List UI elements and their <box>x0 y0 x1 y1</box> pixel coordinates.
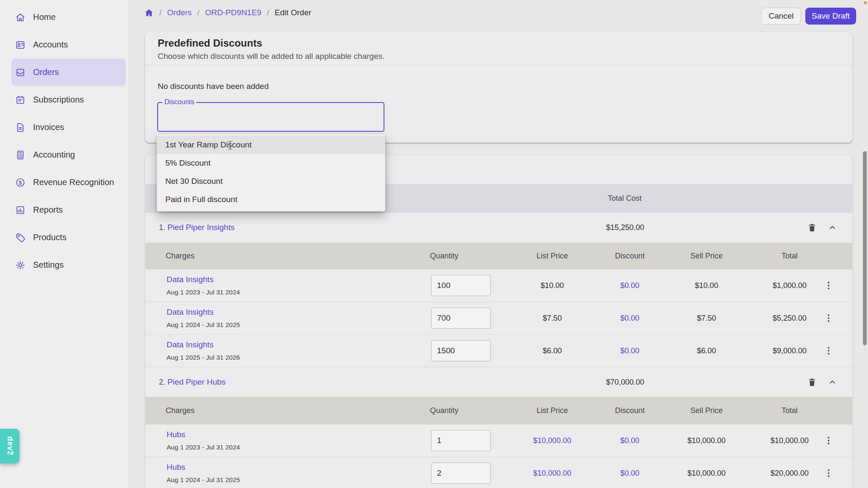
charge-name-link[interactable]: Hubs <box>167 430 185 439</box>
sidebar-item-reports[interactable]: Reports <box>0 196 129 224</box>
total-column-header: Total <box>782 252 798 261</box>
sidebar-item-settings[interactable]: Settings <box>0 251 129 279</box>
item-total-cost: $15,250.00 <box>606 223 644 232</box>
charges-header-row: Charges Quantity List Price Discount Sel… <box>145 397 852 424</box>
charge-name-link[interactable]: Data Insights <box>167 340 214 349</box>
subscriptions-icon <box>15 94 26 105</box>
sell-price-value: $10,000.00 <box>687 469 726 477</box>
collapse-chevron-icon[interactable] <box>829 378 836 386</box>
row-menu-kebab-icon[interactable] <box>826 436 831 445</box>
discount-value[interactable]: $0.00 <box>620 469 639 477</box>
sell-price-value: $10.00 <box>695 281 718 290</box>
sell-price-column-header: Sell Price <box>690 252 723 261</box>
save-draft-button[interactable]: Save Draft <box>805 8 856 25</box>
charge-row: Data Insights Aug 1 2024 - Jul 31 2025 $… <box>145 302 852 335</box>
total-value: $5,250.00 <box>773 313 807 322</box>
delete-item-button[interactable] <box>807 377 817 387</box>
sidebar-item-label: Revenue Recognition <box>33 177 114 187</box>
charge-name-link[interactable]: Data Insights <box>167 275 214 284</box>
charge-period: Aug 1 2023 - Jul 31 2024 <box>167 288 240 296</box>
dropdown-option[interactable]: 1st Year Ramp Discount <box>157 136 385 154</box>
order-item-row: 2. Pied Piper Hubs $70,000.00 <box>145 367 852 397</box>
breadcrumb-link-order-id[interactable]: ORD-PD9N1E9 <box>205 8 262 17</box>
breadcrumb-current: Edit Order <box>275 8 312 17</box>
section-title: Predefined Discounts <box>158 37 262 49</box>
charge-name-link[interactable]: Hubs <box>167 463 185 472</box>
row-menu-kebab-icon[interactable] <box>826 346 831 355</box>
charge-period: Aug 1 2023 - Jul 31 2024 <box>167 444 240 451</box>
item-name-link[interactable]: Pied Piper Insights <box>167 223 234 232</box>
sidebar-item-accounts[interactable]: Accounts <box>0 31 129 58</box>
environment-badge-label: dev2 <box>6 436 14 455</box>
quantity-column-header: Quantity <box>430 252 458 261</box>
charge-row: Hubs Aug 1 2024 - Jul 31 2025 $10,000.00… <box>145 457 852 488</box>
dropdown-option[interactable]: Net 30 Discount <box>157 172 385 190</box>
invoices-icon <box>15 122 26 133</box>
row-menu-kebab-icon[interactable] <box>826 469 831 478</box>
sidebar-item-label: Orders <box>33 67 59 77</box>
sidebar-item-label: Accounting <box>33 150 75 160</box>
discount-value[interactable]: $0.00 <box>620 346 639 355</box>
sidebar-item-revenue-recognition[interactable]: $ Revenue Recognition <box>0 169 129 196</box>
products-icon <box>15 232 26 243</box>
quantity-input[interactable] <box>431 340 491 361</box>
collapse-chevron-icon[interactable] <box>829 224 836 231</box>
sidebar-item-subscriptions[interactable]: Subscriptions <box>0 86 129 114</box>
breadcrumb-link-orders[interactable]: Orders <box>167 8 192 17</box>
charge-row: Data Insights Aug 1 2025 - Jul 31 2026 $… <box>145 334 852 367</box>
total-value: $20,000.00 <box>771 469 809 477</box>
sidebar-item-orders[interactable]: Orders <box>11 58 126 86</box>
reports-icon <box>15 205 26 216</box>
cancel-button[interactable]: Cancel <box>761 8 801 25</box>
sidebar-item-label: Invoices <box>33 122 64 132</box>
charge-name-link[interactable]: Data Insights <box>167 308 214 317</box>
sidebar-item-invoices[interactable]: Invoices <box>0 114 129 141</box>
row-menu-kebab-icon[interactable] <box>826 281 831 290</box>
scrollbar-thumb[interactable] <box>863 151 867 345</box>
accounting-icon <box>15 150 26 161</box>
discount-value[interactable]: $0.00 <box>620 436 639 445</box>
sell-price-value: $7.50 <box>697 313 716 322</box>
quantity-column-header: Quantity <box>430 406 458 415</box>
sell-price-column-header: Sell Price <box>690 406 723 415</box>
discount-value[interactable]: $0.00 <box>620 313 639 322</box>
discounts-select-field[interactable] <box>157 102 384 132</box>
item-name-link[interactable]: Pied Piper Hubs <box>167 377 225 387</box>
item-index: 1. <box>159 223 165 232</box>
charge-period: Aug 1 2024 - Jul 31 2025 <box>167 321 240 329</box>
list-price-value: $10.00 <box>540 281 564 290</box>
charge-row: Hubs Aug 1 2023 - Jul 31 2024 $10,000.00… <box>145 424 852 457</box>
environment-badge: dev2 <box>0 429 19 463</box>
row-menu-kebab-icon[interactable] <box>826 313 831 323</box>
quantity-input[interactable] <box>431 430 491 451</box>
breadcrumb-separator: / <box>197 8 199 17</box>
list-price-value[interactable]: $10,000.00 <box>533 469 571 477</box>
quantity-input[interactable] <box>431 275 491 296</box>
revenue-recognition-icon: $ <box>15 177 26 188</box>
dropdown-option[interactable]: 5% Discount <box>157 154 385 172</box>
sell-price-value: $6.00 <box>697 346 716 355</box>
total-column-header: Total <box>782 406 798 415</box>
list-price-column-header: List Price <box>537 252 568 261</box>
discount-value[interactable]: $0.00 <box>620 281 639 290</box>
quantity-input[interactable] <box>431 308 491 329</box>
predefined-discounts-card: Predefined Discounts Choose which discou… <box>145 32 853 143</box>
charge-row: Data Insights Aug 1 2023 - Jul 31 2024 $… <box>145 269 852 302</box>
discount-column-header: Discount <box>615 252 645 261</box>
quantity-field <box>431 308 491 329</box>
discounts-field-label: Discounts <box>162 98 196 106</box>
quantity-input[interactable] <box>431 463 491 484</box>
quantity-field <box>431 430 491 451</box>
breadcrumb-home-icon[interactable] <box>144 8 154 18</box>
sidebar-item-home[interactable]: Home <box>0 3 129 31</box>
list-price-value[interactable]: $10,000.00 <box>533 436 571 445</box>
delete-item-button[interactable] <box>807 222 817 233</box>
sidebar-item-accounting[interactable]: Accounting <box>0 141 129 169</box>
mouse-cursor <box>227 141 233 152</box>
total-cost-column-header: Total Cost <box>608 194 642 202</box>
sidebar-item-products[interactable]: Products <box>0 224 129 251</box>
settings-icon <box>15 260 26 271</box>
sidebar-item-label: Settings <box>33 260 64 270</box>
breadcrumb: / Orders / ORD-PD9N1E9 / Edit Order <box>144 0 312 25</box>
dropdown-option[interactable]: Paid in Full discount <box>157 190 385 208</box>
